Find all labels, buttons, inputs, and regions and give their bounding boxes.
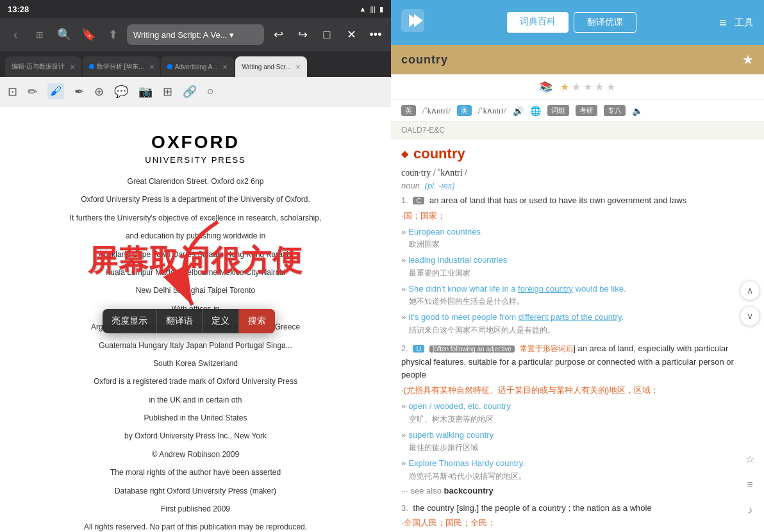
context-menu-highlight[interactable]: 亮度显示: [103, 309, 157, 333]
tab-1[interactable]: 编辑·迈与数据设计 ✕: [5, 56, 81, 77]
context-menu-define[interactable]: 定义: [203, 309, 239, 333]
example-2-2-cn: 最佳的徒步旅行区域: [409, 442, 754, 453]
pdf-line14: in the UK and in certain oth: [38, 394, 353, 406]
pdf-line18: The moral rights of the author have been…: [38, 466, 353, 479]
grid-tool[interactable]: ⊞: [163, 85, 172, 99]
back-button[interactable]: ‹: [5, 24, 26, 45]
def-2-text: 2. U [often following an adjective 常置于形容…: [401, 342, 754, 382]
menu-icon[interactable]: ≡: [719, 15, 727, 30]
tab-2-dot: [89, 64, 94, 69]
tag-british: 英: [401, 105, 416, 116]
pdf-toolbar: ⊡ ✏ 🖌 ✒ ⊕ 💬 📷 ⊞ 🔗 ○: [0, 77, 391, 106]
pdf-line4: and education by publishing worldwide in: [38, 229, 353, 242]
global-icon[interactable]: 🌐: [530, 106, 541, 116]
pen-tool[interactable]: ✏: [28, 85, 37, 99]
example-1-1: European countries: [401, 226, 754, 238]
pdf-line12: South Korea Switzerland: [38, 357, 353, 370]
listen-icon[interactable]: 🔊: [513, 106, 524, 116]
headword: country: [413, 145, 465, 162]
eraser-tool[interactable]: ✒: [74, 85, 84, 99]
star-5[interactable]: ★: [606, 81, 615, 93]
camera-tool[interactable]: 📷: [138, 85, 153, 99]
list-icon[interactable]: ≡: [741, 476, 759, 494]
status-time: 13:28: [8, 4, 29, 14]
tab-3-close[interactable]: ✕: [222, 63, 228, 71]
bookmark-button[interactable]: 🔖: [78, 24, 99, 45]
example-2-2: superb walking country: [401, 429, 754, 442]
speech-tool[interactable]: 💬: [114, 85, 128, 99]
pdf-body: Great Clarendon Street, Oxford ox2 6np O…: [38, 175, 353, 532]
context-menu-search[interactable]: 搜索: [239, 309, 275, 333]
context-menu: 亮度显示 翻译语 定义 搜索: [103, 309, 275, 333]
search-star[interactable]: ★: [742, 52, 754, 67]
scroll-up-button[interactable]: ∧: [740, 280, 760, 301]
star-4[interactable]: ★: [595, 81, 604, 93]
pdf-line3: It furthers the University's objective o…: [38, 212, 353, 224]
tab-4-close[interactable]: ✕: [295, 63, 301, 71]
word-pos: noun (pl. -ies): [401, 181, 754, 190]
def-1-num: 1.: [401, 195, 408, 205]
circle-tool[interactable]: ○: [207, 85, 214, 98]
def-3-text: 3. the country [sing.] the people of a c…: [401, 502, 754, 515]
shapes-tool[interactable]: ⊕: [94, 85, 104, 99]
tools-label[interactable]: 工具: [735, 17, 754, 29]
link-tool[interactable]: 🔗: [183, 85, 197, 99]
entry-section: ◆ country coun·try / ˈkʌntri / noun (pl.…: [391, 139, 764, 532]
audio-icon[interactable]: ♪: [741, 501, 759, 519]
favorite-icon[interactable]: ☆: [741, 450, 759, 468]
pdf-content: 屏幕取词很方便 OXFORD UNIVERSITY PRESS Great Cl…: [0, 106, 391, 532]
save-page-button[interactable]: □: [317, 24, 337, 45]
share-button[interactable]: ⬆: [103, 24, 123, 45]
tag-exam: 考研: [576, 105, 597, 116]
history-back-button[interactable]: ↩: [268, 24, 288, 45]
pdf-line17: © Andrew Robinson 2009: [38, 448, 353, 461]
def-2-tag-u: U: [413, 345, 424, 353]
tab-2-close[interactable]: ✕: [149, 63, 154, 71]
plural-label: (pl. -ies): [425, 181, 455, 190]
def-1-chinese: ·国；国家；: [401, 210, 754, 222]
scroll-down-button[interactable]: ∨: [740, 306, 760, 326]
def-1-content: an area of land that has or used to have…: [429, 195, 686, 205]
context-menu-translate[interactable]: 翻译语: [157, 309, 203, 333]
example-2-1-cn: 空旷、树木茂密等的地区: [409, 414, 754, 425]
example-1-3-cn: 她不知道外国的生活会是什么样。: [409, 296, 754, 307]
tab-2[interactable]: 数学分析 [华东... ✕: [83, 56, 160, 77]
dict-search-bar: country ★: [391, 45, 764, 74]
more-button[interactable]: •••: [365, 24, 386, 45]
tab-translation[interactable]: 翻译优课: [574, 12, 636, 33]
grid-view-button[interactable]: ⊞: [29, 24, 50, 45]
tab-dictionary[interactable]: 词典百科: [507, 12, 569, 33]
def-2-dictref: 常置于形容词后: [520, 344, 574, 353]
stars-row: 📚 ★ ★ ★ ★ ★: [391, 74, 764, 100]
close-tab-button[interactable]: ✕: [341, 24, 361, 45]
sidebar-tool[interactable]: ⊡: [8, 85, 17, 99]
ipa-british: /ˈkʌntri/: [422, 106, 451, 116]
star-3[interactable]: ★: [583, 81, 592, 93]
context-menu-bar: 亮度显示 翻译语 定义 搜索: [103, 309, 275, 333]
pdf-line11: Guatemala Hungary Italy Japan Poland Por…: [38, 339, 353, 352]
word-heading: ◆ country: [401, 145, 754, 162]
dict-header: 词典百科 翻译优课 ≡ 工具: [391, 0, 764, 45]
address-text: Writing and Script: A Ve... ▾: [133, 30, 234, 40]
def-1-text: 1. C an area of land that has or used to…: [401, 194, 754, 208]
battery-icon: ▮: [379, 5, 383, 13]
word-ipa-display: coun·try / ˈkʌntri /: [401, 167, 754, 178]
search-button[interactable]: 🔍: [54, 24, 74, 45]
bottom-icons: ☆ ≡ ♪: [741, 450, 759, 519]
tab-1-close[interactable]: ✕: [70, 63, 75, 71]
address-bar[interactable]: Writing and Script: A Ve... ▾: [127, 24, 264, 45]
star-1[interactable]: ★: [560, 81, 569, 93]
star-2[interactable]: ★: [572, 81, 581, 93]
pdf-line8: New Delhi Shanghai Taipei Toronto: [38, 284, 353, 297]
pdf-line20: First published 2009: [38, 503, 353, 515]
alt-pronounce-icon[interactable]: 🔈: [632, 106, 643, 116]
def-3-content: the country [sing.] the people of a coun…: [413, 503, 651, 513]
tab-3[interactable]: Advertising A... ✕: [161, 56, 235, 77]
highlight-tool[interactable]: 🖌: [47, 83, 64, 99]
history-forward-button[interactable]: ↪: [292, 24, 313, 45]
book-icon: 📚: [540, 81, 552, 93]
pdf-title: OXFORD: [38, 132, 353, 153]
pdf-line13: Oxford is a registered trade mark of Oxf…: [38, 375, 353, 388]
tab-4-active[interactable]: Writing and Scr... ✕: [235, 56, 307, 77]
ipa-american: /ˈkʌntri/: [478, 106, 506, 116]
